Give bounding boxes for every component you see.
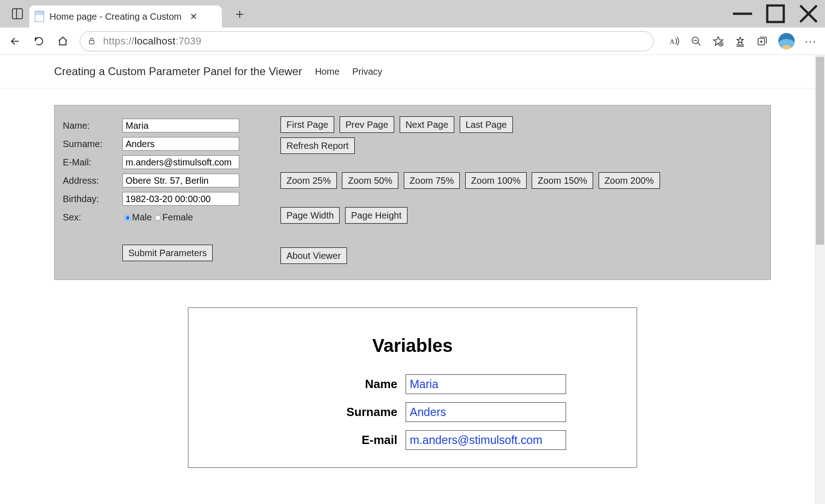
report-value-surname: Anders [406,402,566,422]
input-address[interactable] [122,174,239,187]
home-button[interactable] [56,34,70,48]
favorites-list-icon[interactable] [734,35,746,47]
url-text: https://localhost:7039 [103,35,202,47]
report-preview: Variables Name Maria Surname Anders E-ma… [188,307,637,468]
report-label-email: E-mail [259,433,406,447]
tab-title: Home page - Creating a Custom [50,11,182,22]
report-row: Surname Anders [188,402,637,422]
report-label-name: Name [259,377,406,391]
controls-column: First Page Prev Page Next Page Last Page… [280,116,660,268]
label-sex: Sex: [63,212,122,223]
more-menu-icon[interactable]: ··· [805,35,817,47]
input-surname[interactable] [122,137,239,151]
label-email: E-Mail: [63,157,122,168]
profile-avatar[interactable] [778,33,795,49]
svg-marker-14 [737,37,743,44]
zoom-100-button[interactable]: Zoom 100% [465,172,527,189]
svg-rect-5 [89,40,94,44]
refresh-report-button[interactable]: Refresh Report [280,137,355,154]
window-controls [726,0,825,27]
read-aloud-icon[interactable]: A [668,35,680,47]
nav-link-home[interactable]: Home [315,66,339,77]
browser-chrome: Home page - Creating a Custom ✕ ＋ https:… [0,0,825,55]
radio-female-label: Female [162,212,193,223]
about-viewer-button[interactable]: About Viewer [280,247,347,264]
next-page-button[interactable]: Next Page [400,116,454,133]
label-name: Name: [63,121,122,131]
refresh-button[interactable] [32,34,46,48]
browser-toolbar: https://localhost:7039 A ··· [0,27,825,55]
back-button[interactable] [8,34,22,48]
report-value-name: Maria [406,374,566,394]
browser-tab[interactable]: Home page - Creating a Custom ✕ [29,5,222,27]
nav-link-privacy[interactable]: Privacy [352,66,383,77]
last-page-button[interactable]: Last Page [460,116,513,133]
favorite-add-icon[interactable] [712,35,724,47]
scrollbar-thumb[interactable] [816,57,824,245]
page-width-button[interactable]: Page Width [280,207,340,224]
address-bar[interactable]: https://localhost:7039 [80,31,654,51]
page-header: Creating a Custom Parameter Panel for th… [0,55,825,88]
zoom-150-button[interactable]: Zoom 150% [532,172,593,189]
input-email[interactable] [122,155,239,169]
toolbar-right-icons: A ··· [668,33,817,49]
side-panel-toggle-icon[interactable] [12,8,23,19]
maximize-button[interactable] [759,0,792,27]
svg-text:A: A [670,38,675,45]
form-column: Name: Surname: E-Mail: Address: Birthday… [63,116,239,268]
input-name[interactable] [122,119,239,132]
page-height-button[interactable]: Page Height [345,207,407,224]
report-label-surname: Surname [259,405,406,419]
svg-line-8 [698,43,700,45]
page-viewport: Creating a Custom Parameter Panel for th… [0,55,825,504]
svg-rect-1 [767,5,784,22]
label-address: Address: [63,175,122,186]
report-title: Variables [188,335,637,356]
report-value-email: m.anders@stimulsoft.com [406,430,566,450]
favicon-icon [35,11,44,22]
minimize-button[interactable] [726,0,759,27]
label-birthday: Birthday: [63,194,122,204]
tab-strip: Home page - Creating a Custom ✕ ＋ [0,0,825,27]
vertical-scrollbar[interactable] [815,55,825,504]
zoom-200-button[interactable]: Zoom 200% [599,172,660,189]
report-row: E-mail m.anders@stimulsoft.com [188,430,637,450]
submit-parameters-button[interactable]: Submit Parameters [122,245,213,261]
collections-icon[interactable] [756,35,768,47]
zoom-out-icon[interactable] [690,35,702,47]
zoom-75-button[interactable]: Zoom 75% [404,172,460,189]
prev-page-button[interactable]: Prev Page [340,116,394,133]
page-title: Creating a Custom Parameter Panel for th… [54,65,302,78]
radio-female[interactable] [155,215,161,221]
input-birthday[interactable] [122,192,239,206]
new-tab-button[interactable]: ＋ [233,7,247,21]
close-tab-icon[interactable]: ✕ [190,11,198,22]
lock-icon [88,37,96,45]
label-surname: Surname: [63,139,122,149]
radio-male-label: Male [132,212,152,223]
zoom-25-button[interactable]: Zoom 25% [280,172,337,189]
close-window-button[interactable] [792,0,825,27]
first-page-button[interactable]: First Page [280,116,334,133]
zoom-50-button[interactable]: Zoom 50% [342,172,398,189]
report-row: Name Maria [188,374,637,394]
radio-male[interactable] [125,215,131,221]
parameter-panel: Name: Surname: E-Mail: Address: Birthday… [54,105,771,280]
